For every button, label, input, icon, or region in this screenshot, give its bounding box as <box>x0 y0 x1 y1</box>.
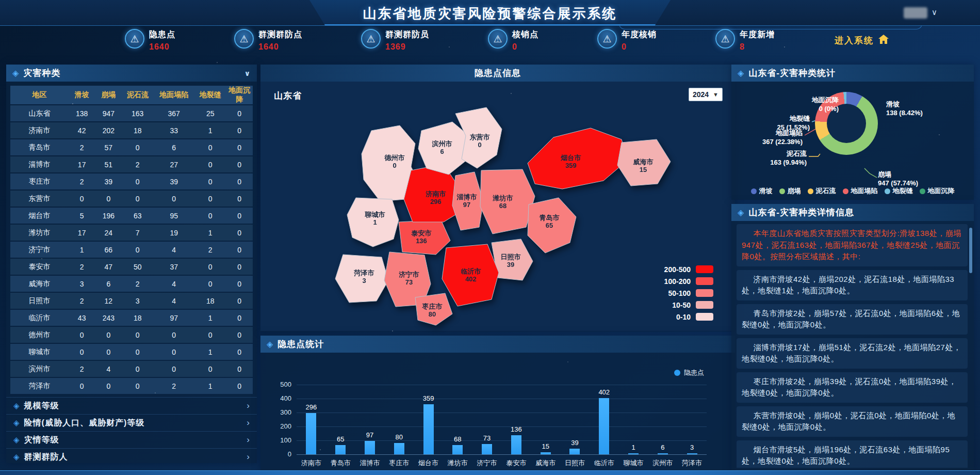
donut-label-name: 滑坡 <box>886 100 923 109</box>
warning-triangle-icon: ⚠ <box>361 29 381 49</box>
value-cell: 243 <box>95 310 122 326</box>
donut-leader-line <box>809 154 820 156</box>
map-region[interactable] <box>415 293 452 325</box>
map-region[interactable] <box>347 198 399 247</box>
table-row[interactable]: 泰安市247503700 <box>10 259 253 275</box>
map-legend-item[interactable]: 200-500 <box>664 263 713 275</box>
table-row[interactable]: 烟台市5196639500 <box>10 208 253 224</box>
stat-value: 1640 <box>258 42 302 52</box>
table-row[interactable]: 山东省138947163367250 <box>10 105 253 121</box>
scrollbar-thumb[interactable] <box>969 228 972 273</box>
collapse-chevron-icon[interactable]: ∨ <box>244 69 251 77</box>
value-cell: 0 <box>226 327 253 343</box>
detail-item: 东营市滑坡0处，崩塌0处，泥石流0处，地面塌陷0处，地裂缝0处，地面沉降0处。 <box>737 406 968 437</box>
pie-legend-item[interactable]: 地面沉降 <box>920 186 955 196</box>
value-cell: 4 <box>95 361 122 377</box>
value-cell: 3 <box>122 293 153 309</box>
value-cell: 0 <box>95 378 122 394</box>
bar[interactable] <box>599 398 609 454</box>
bar[interactable] <box>335 445 346 454</box>
pie-legend-item[interactable]: 泥石流 <box>808 186 836 196</box>
bar[interactable] <box>628 453 639 454</box>
table-row[interactable]: 日照市21234180 <box>10 293 253 309</box>
stat-value: 8 <box>740 42 775 52</box>
diamond-icon: ◈ <box>12 68 19 78</box>
bar[interactable] <box>452 445 463 454</box>
bar[interactable] <box>541 452 551 454</box>
pie-legend-item[interactable]: 滑坡 <box>751 186 773 196</box>
x-axis-label: 济宁市 <box>472 458 502 468</box>
y-axis-tick: 0 <box>265 450 291 458</box>
table-row[interactable]: 济南市42202183310 <box>10 122 253 138</box>
pie-legend-item[interactable]: 地面塌陷 <box>843 186 878 196</box>
map-region[interactable] <box>399 220 450 255</box>
value-cell: 4 <box>153 242 194 258</box>
stat-label: 核销点 <box>512 29 538 40</box>
bar[interactable] <box>306 413 316 454</box>
x-axis-label: 日照市 <box>560 458 590 468</box>
map-legend-item[interactable]: 50-100 <box>664 287 713 299</box>
bar-chart-legend-item[interactable]: 隐患点 <box>674 368 704 377</box>
stat-label: 群测群防员 <box>385 29 429 40</box>
accordion-item-3[interactable]: ◈灾情等级› <box>6 431 257 448</box>
bar[interactable] <box>482 444 492 454</box>
map-region[interactable] <box>528 128 628 189</box>
diamond-icon: ◈ <box>13 452 20 462</box>
table-row[interactable]: 菏泽市000210 <box>10 378 253 394</box>
enter-system-button[interactable]: 进入系统 <box>835 34 889 46</box>
value-cell: 0 <box>122 378 153 394</box>
value-cell: 50 <box>122 259 153 275</box>
map-region[interactable] <box>480 169 535 234</box>
stat-label: 年度核销 <box>622 29 657 40</box>
value-cell: 0 <box>226 293 253 309</box>
accordion-item-1[interactable]: ◈规模等级› <box>6 397 257 414</box>
table-row[interactable]: 枣庄市23903900 <box>10 173 253 189</box>
table-row[interactable]: 青岛市2570600 <box>10 139 253 155</box>
year-select[interactable]: 2024 ▼ <box>689 88 723 101</box>
legend-swatch <box>696 277 713 285</box>
table-row[interactable]: 济宁市1660420 <box>10 242 253 258</box>
bar[interactable] <box>658 453 668 454</box>
value-cell: 1 <box>69 242 95 258</box>
bar[interactable] <box>365 441 375 454</box>
enter-system-label: 进入系统 <box>835 35 874 46</box>
value-cell: 0 <box>194 173 226 189</box>
bar[interactable] <box>394 443 404 454</box>
chevron-right-icon: › <box>247 452 250 462</box>
table-row[interactable]: 威海市362400 <box>10 276 253 292</box>
table-row[interactable]: 淄博市175122700 <box>10 156 253 172</box>
user-avatar[interactable] <box>904 7 927 19</box>
chevron-down-icon[interactable]: ∨ <box>932 8 937 17</box>
bar-value-label: 359 <box>413 394 444 402</box>
map-legend-item[interactable]: 100-200 <box>664 275 713 287</box>
map-region[interactable] <box>617 139 671 186</box>
value-cell: 0 <box>122 139 153 155</box>
value-cell: 0 <box>226 242 253 258</box>
table-row[interactable]: 东营市000000 <box>10 191 253 207</box>
table-row[interactable]: 聊城市000010 <box>10 344 253 360</box>
table-row[interactable]: 临沂市43243189710 <box>10 310 253 326</box>
map-region[interactable] <box>442 244 499 306</box>
bar[interactable] <box>423 404 434 454</box>
bar-value-label: 136 <box>501 425 532 433</box>
accordion-item-2[interactable]: ◈险情(威胁人口、威胁财产)等级› <box>6 414 257 431</box>
accordion-item-4[interactable]: ◈群测群防人› <box>6 448 257 465</box>
map-region[interactable] <box>528 198 576 253</box>
value-cell: 0 <box>194 276 226 292</box>
pie-legend-item[interactable]: 崩塌 <box>779 186 801 196</box>
bar-value-label: 39 <box>559 439 590 447</box>
value-cell: 202 <box>95 122 122 138</box>
map-region[interactable] <box>335 255 388 303</box>
bar[interactable] <box>569 449 580 454</box>
bar[interactable] <box>687 453 697 454</box>
pie-legend-label: 地面沉降 <box>928 186 955 196</box>
map-region[interactable] <box>452 172 483 230</box>
table-row[interactable]: 潍坊市172471910 <box>10 225 253 241</box>
map-legend-item[interactable]: 0-10 <box>664 311 713 323</box>
stat-item: ⚠年度新增8 <box>715 29 775 52</box>
table-row[interactable]: 滨州市240000 <box>10 361 253 377</box>
hazard-map-panel-title: 隐患点信息 <box>475 67 521 79</box>
table-row[interactable]: 德州市000000 <box>10 327 253 343</box>
map-legend-item[interactable]: 10-50 <box>664 299 713 311</box>
bar[interactable] <box>511 435 521 454</box>
